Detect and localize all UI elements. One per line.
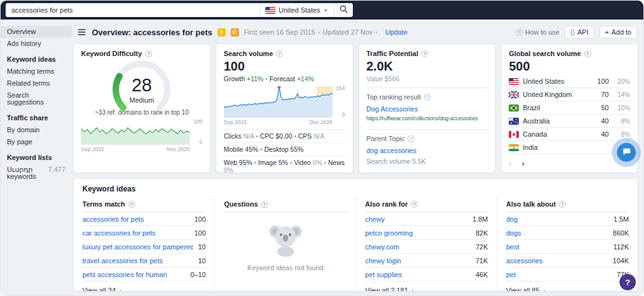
sidebar-count: 7,477 [48,166,65,180]
keyword-row: pet77K [506,268,629,282]
help-icon[interactable]: ? [411,201,418,208]
keyword-link[interactable]: chewy.com [365,243,399,251]
sidebar-section-keyword-ideas: Keyword ideas [1,50,72,65]
chat-widget-button[interactable] [612,138,641,167]
api-button[interactable]: {} API [565,26,594,38]
keyword-link[interactable]: accessories for pets [82,215,144,223]
search-button[interactable] [334,3,353,17]
sidebar-item-related-terms[interactable]: Related terms [1,77,72,89]
stat-segment: • [322,159,328,166]
sidebar-item-overview[interactable]: Overview [1,26,72,38]
keyword-volume: 0–10 [191,271,206,278]
keyword-link[interactable]: pets accessories for human [82,271,167,278]
stat-segment: • [288,159,294,166]
keyword-row: chewy1.8M [365,212,488,226]
country-selector[interactable]: United States ▼ [259,3,334,17]
sidebar-item-search-suggestions[interactable]: Search suggestions [1,89,72,108]
help-icon[interactable]: ? [261,201,268,208]
view-all-label: View all 2,181 [365,287,408,292]
top-ranking-result-link[interactable]: Dog Accessories [367,105,418,113]
country-percent: 14% [613,91,630,98]
stat-segment: Web [224,159,239,166]
keyword-link[interactable]: dogs [506,229,521,237]
keyword-volume: 1.8M [472,215,487,223]
update-link[interactable]: Update [385,28,407,36]
view-all-also-rank-for[interactable]: View all 2,181› [365,282,488,292]
country-row-gb[interactable]: United Kingdom7014% [509,88,630,101]
country-row-ca[interactable]: Canada408% [509,128,630,141]
flag-ca-icon [509,131,519,138]
keyword-link[interactable]: travel accessories for pets [82,257,163,265]
sidebar-section-traffic-share: Traffic share [1,108,72,124]
sv-growth: Growth +11% • Forecast +14% [224,75,345,83]
sidebar-item-ads-history[interactable]: Ads history [1,38,72,50]
sidebar-item-matching-terms[interactable]: Matching terms [1,65,72,77]
sv-stat-row: Web 95% • Image 5% • Video 0% • News 0% [224,156,345,173]
keyword-row: dogs860K [506,226,629,240]
next-page-arrow[interactable]: › [522,159,525,168]
kd-gauge: 28 Medium [81,59,203,117]
stat-segment: News [328,159,345,166]
stat-segment: 95% [239,159,252,166]
keyword-link[interactable]: chewy login [365,257,401,265]
sidebar-item-by-domain[interactable]: By domain [1,124,72,136]
keyword-link[interactable]: chewy [365,215,385,223]
help-icon[interactable]: ? [424,94,431,101]
top-bar: United States ▼ [1,1,643,20]
keyword-link[interactable]: car accessories for pets [82,229,155,237]
empty-state: Keyword ideas not found [224,212,347,271]
menu-toggle-icon[interactable] [77,28,87,37]
country-name: Australia [523,117,586,125]
country-selector-label: United States [279,6,320,14]
help-icon[interactable]: ? [276,50,283,57]
how-to-use-button[interactable]: ? How to use [516,28,560,36]
help-icon[interactable]: ? [408,135,414,142]
ideas-column-also-rank-for: Also rank for?chewy1.8Mpetco grooming82K… [356,197,497,292]
stat-segment: Video [294,159,313,166]
help-icon[interactable]: ? [584,50,591,57]
country-row-au[interactable]: Australia408% [509,115,630,128]
view-all-terms-match[interactable]: View all 34› [82,282,206,292]
keyword-row: chewy login71K [365,254,488,268]
add-to-button[interactable]: + Add to [599,26,637,38]
sidebar-item-by-page[interactable]: By page [1,136,72,148]
ideas-column-title: Also talk about [506,200,556,208]
sidebar-item-keywords[interactable]: Սւսրդր keywords7,477 [1,164,72,183]
keyword-difficulty-card: Keyword Difficulty ? [73,43,211,173]
keyword-link[interactable]: dog [506,215,518,223]
kd-axis-max: 100 [194,118,203,125]
braces-icon: {} [570,28,575,36]
view-all-also-talk-about[interactable]: View all 85› [506,282,629,292]
country-volume: 40 [590,117,609,125]
flag-us-icon [509,78,519,85]
keyword-link[interactable]: best [506,243,519,251]
keyword-link[interactable]: pet supplies [365,271,402,278]
keyword-volume: 10 [198,257,206,265]
prev-page-arrow: ‹ [509,159,511,168]
keyword-link[interactable]: luxury pet accessories for pampered pets [82,243,193,251]
stat-segment: • [252,159,258,166]
help-icon[interactable]: ? [145,50,152,57]
help-icon[interactable]: ? [421,50,428,57]
stat-segment: • [258,145,265,153]
keyword-ideas-title: Keyword ideas [74,179,638,197]
sidebar-label: Keyword lists [7,154,52,161]
stat-segment: 45% [245,145,258,153]
sv-axis-max: 154 [336,85,345,91]
help-button[interactable]: ? [619,274,636,290]
ideas-column-header: Questions? [224,197,347,212]
sv-stat-row: Mobile 45% • Desktop 55% [224,142,345,156]
country-volume: 40 [590,130,609,138]
kd-axis-min: 0 [199,139,203,145]
help-icon[interactable]: ? [559,201,566,208]
keyword-link[interactable]: pet [506,271,516,278]
country-row-br[interactable]: Brazil5010% [509,101,630,115]
top-ranking-result-url[interactable]: https://ruffwear.com/collections/dog-acc… [367,115,488,122]
country-row-us[interactable]: United States10020% [509,75,630,88]
keyword-link[interactable]: petco grooming [365,229,413,237]
parent-topic-link[interactable]: dog accessories [367,147,417,154]
sidebar-label: Traffic share [7,114,48,122]
keyword-search-input[interactable] [6,3,259,17]
help-icon[interactable]: ? [128,201,135,208]
keyword-link[interactable]: accessories [506,257,543,265]
